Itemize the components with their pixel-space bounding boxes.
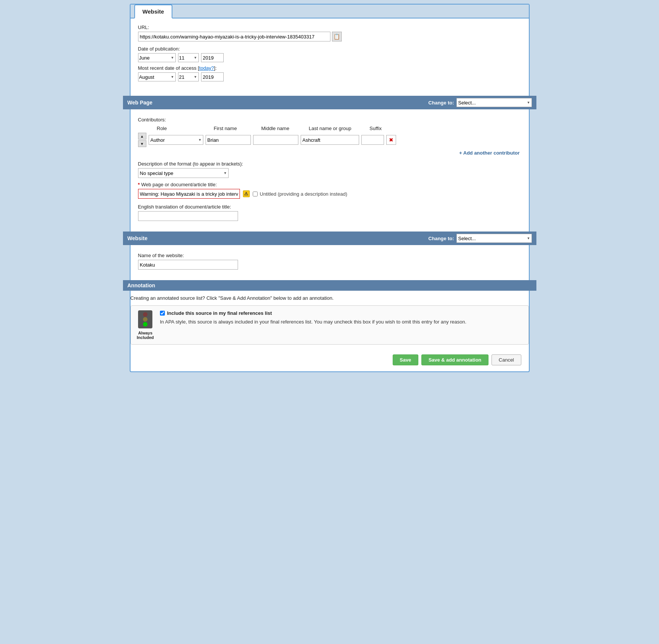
include-content: Include this source in my final referenc…	[160, 310, 522, 326]
web-page-change-select[interactable]: Select...	[456, 98, 532, 107]
role-select[interactable]: Author Editor Translator	[149, 135, 203, 145]
date-pub-label: Date of publication:	[138, 46, 521, 52]
website-change-select[interactable]: Select...	[456, 234, 532, 243]
pub-year-input[interactable]	[201, 53, 224, 62]
untitled-label-text: Untitled (providing a description instea…	[260, 191, 347, 197]
include-desc: In APA style, this source is always incl…	[160, 318, 522, 326]
col-header-mname: Middle name	[261, 126, 307, 131]
last-name-input[interactable]	[301, 135, 359, 145]
website-section-title: Website	[127, 235, 147, 241]
move-down-btn[interactable]: ▼	[138, 140, 146, 147]
suffix-input[interactable]	[361, 135, 384, 145]
website-change-to: Change to: Select...	[429, 234, 532, 243]
contributor-row: ▲ ▼ Author Editor Translator ✖	[138, 133, 521, 147]
first-name-input[interactable]	[206, 135, 251, 145]
move-up-btn[interactable]: ▲	[138, 133, 146, 140]
col-header-fname: First name	[214, 126, 259, 131]
url-label: URL:	[138, 25, 521, 30]
format-select-wrap: No special type	[138, 168, 521, 178]
format-label: Description of the format (to appear in …	[138, 161, 521, 167]
website-change-select-wrapper: Select...	[456, 234, 532, 243]
access-month-select[interactable]: JanuaryFebruaryMarch AprilMayJune JulyAu…	[138, 72, 176, 81]
cancel-button[interactable]: Cancel	[492, 354, 521, 365]
title-label-text: Web page or document/article title:	[141, 182, 217, 187]
date-access-row: JanuaryFebruaryMarch AprilMayJune JulyAu…	[138, 72, 521, 81]
annotation-body: Creating an annotated source list? Click…	[123, 291, 536, 349]
tab-website[interactable]: Website	[134, 5, 172, 18]
traffic-light-icon	[138, 310, 152, 328]
english-trans-input[interactable]	[138, 211, 238, 221]
light-red	[143, 312, 147, 317]
web-page-change-select-wrapper: Select...	[456, 98, 532, 107]
date-pub-row: June JanuaryFebruaryMarch AprilMayJuly A…	[138, 53, 521, 62]
move-buttons: ▲ ▼	[138, 133, 146, 147]
contrib-header-row: Role First name Middle name Last name or…	[138, 126, 521, 131]
pub-month-wrapper: June JanuaryFebruaryMarch AprilMayJuly A…	[138, 53, 176, 62]
website-section-header: Website Change to: Select...	[123, 232, 536, 245]
untitled-checkbox[interactable]	[253, 192, 258, 196]
web-page-title: Web Page	[127, 100, 153, 106]
annotation-header: Annotation	[123, 280, 536, 291]
title-field-label: * Web page or document/article title:	[138, 182, 521, 187]
include-checkbox[interactable]	[160, 311, 165, 316]
col-header-role: Role	[157, 126, 212, 131]
web-page-section-header: Web Page Change to: Select...	[123, 96, 536, 109]
url-row: 📋	[138, 32, 521, 41]
access-day-wrapper: 21	[178, 72, 199, 81]
annotation-section: Annotation Creating an annotated source …	[123, 280, 536, 349]
main-content: URL: 📋 Date of publication: June January…	[131, 18, 529, 90]
col-header-lname: Last name or group	[309, 126, 367, 131]
light-green	[143, 322, 147, 327]
change-to-label: Change to:	[429, 100, 454, 106]
contributors-label: Contributors:	[138, 117, 521, 123]
url-icon-btn[interactable]: 📋	[332, 32, 342, 41]
access-month-wrapper: JanuaryFebruaryMarch AprilMayJune JulyAu…	[138, 72, 176, 81]
website-name-label: Name of the website:	[138, 253, 521, 258]
format-select-wrapper: No special type	[138, 168, 229, 178]
include-title-text: Include this source in my final referenc…	[167, 310, 272, 316]
required-star: *	[138, 182, 140, 187]
pub-day-wrapper: 11	[178, 53, 199, 62]
middle-name-input[interactable]	[253, 135, 298, 145]
access-year-input[interactable]	[201, 72, 224, 81]
delete-contributor-btn[interactable]: ✖	[386, 135, 396, 145]
annotation-text: Creating an annotated source list? Click…	[131, 295, 529, 301]
save-button[interactable]: Save	[393, 354, 418, 365]
save-annotation-button[interactable]: Save & add annotation	[421, 354, 488, 365]
col-header-suffix: Suffix	[370, 126, 392, 131]
contributors-section: Contributors: Role First name Middle nam…	[131, 113, 529, 226]
website-change-to-label: Change to:	[429, 236, 454, 241]
include-title: Include this source in my final referenc…	[160, 310, 522, 316]
english-trans-label: English translation of document/article …	[138, 204, 521, 210]
main-container: Website URL: 📋 Date of publication: June…	[130, 4, 530, 372]
light-yellow	[143, 317, 147, 322]
bottom-buttons: Save Save & add annotation Cancel	[131, 349, 529, 371]
add-contributor-row: + Add another contributor	[138, 150, 521, 156]
untitled-checkbox-label: Untitled (providing a description instea…	[253, 191, 347, 197]
title-input[interactable]	[138, 189, 240, 199]
website-name-section: Name of the website:	[131, 249, 529, 275]
access-day-select[interactable]: 21	[178, 72, 199, 81]
web-page-change-to: Change to: Select...	[429, 98, 532, 107]
title-row: ⚠ Untitled (providing a description inst…	[138, 189, 521, 199]
access-date-label: Most recent date of access [today?]:	[138, 65, 521, 71]
today-link[interactable]: today?	[199, 65, 214, 71]
always-included-label: Always Included	[137, 331, 154, 340]
traffic-light-container: Always Included	[137, 310, 154, 340]
warning-icon: ⚠	[243, 190, 250, 197]
role-select-wrapper: Author Editor Translator	[149, 135, 203, 145]
include-box: Always Included Include this source in m…	[131, 305, 529, 345]
format-select[interactable]: No special type	[138, 168, 229, 178]
pub-day-select[interactable]: 11	[178, 53, 199, 62]
add-contributor-link[interactable]: + Add another contributor	[459, 150, 519, 156]
pub-month-select[interactable]: June JanuaryFebruaryMarch AprilMayJuly A…	[138, 53, 176, 62]
tab-header: Website	[131, 5, 529, 18]
url-input[interactable]	[138, 32, 330, 41]
website-name-input[interactable]	[138, 260, 238, 270]
